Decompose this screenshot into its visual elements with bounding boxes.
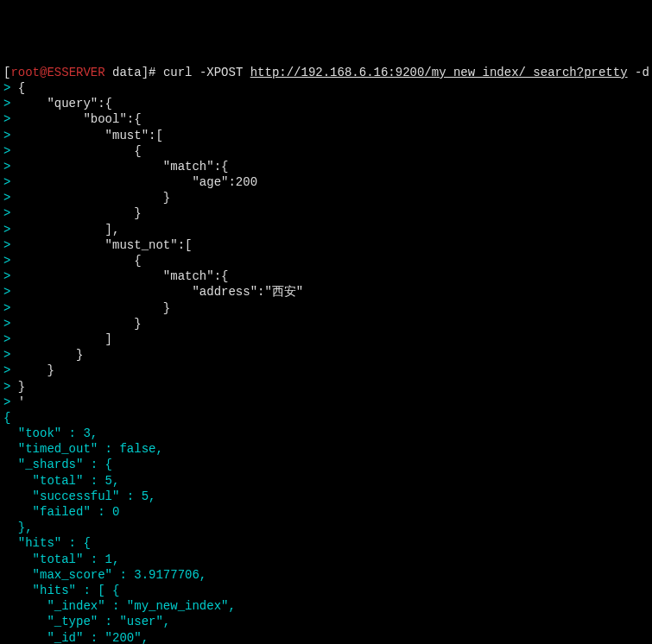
output-text: "timed_out" : false, — [3, 442, 163, 456]
input-text: } — [10, 301, 170, 315]
input-text: ' — [10, 395, 25, 409]
input-line: > "must":[ — [3, 128, 649, 143]
prompt-host: ESSERVER — [47, 66, 104, 79]
input-text: } — [10, 206, 141, 220]
output-text: "_index" : "my_new_index", — [3, 599, 236, 613]
input-line: > { — [3, 253, 649, 268]
output-text: { — [3, 411, 10, 425]
input-line: > ' — [3, 395, 649, 410]
output-text: "_id" : "200", — [3, 631, 149, 645]
input-line: > "bool":{ — [3, 111, 649, 127]
output-text: "took" : 3, — [3, 426, 98, 440]
input-text: } — [10, 380, 25, 394]
prompt-line: [root@ESSERVER data]# curl -XPOST http:/… — [3, 65, 649, 80]
output-text: "failed" : 0 — [3, 505, 119, 519]
input-text: { — [10, 254, 141, 268]
input-line: > } — [3, 190, 649, 205]
prompt-dir: data — [112, 66, 142, 79]
input-text: "match":{ — [10, 269, 228, 283]
input-line: > } — [3, 363, 649, 378]
input-text: "must_not":[ — [10, 238, 192, 252]
output-line: "total" : 1, — [3, 552, 649, 567]
input-line: > "age":200 — [3, 174, 649, 190]
input-line: > "match":{ — [3, 268, 649, 284]
output-line: "_shards" : { — [3, 457, 649, 472]
prompt-user: root — [10, 66, 40, 79]
input-text: { — [10, 144, 141, 158]
input-text: ] — [10, 332, 112, 346]
output-text: "total" : 1, — [3, 552, 119, 566]
input-line: > "address":"西安" — [3, 284, 649, 300]
output-line: "total" : 5, — [3, 473, 649, 489]
input-text: "match":{ — [10, 160, 228, 174]
input-text: "address":"西安" — [10, 285, 303, 299]
input-line: > } — [3, 300, 649, 316]
output-line: "_id" : "200", — [3, 630, 649, 645]
input-line: > { — [3, 80, 649, 96]
input-line: > } — [3, 379, 649, 395]
input-line: > "match":{ — [3, 159, 649, 174]
output-text: "max_score" : 3.9177706, — [3, 568, 206, 582]
output-line: "max_score" : 3.9177706, — [3, 567, 649, 583]
curl-cmd: curl -XPOST — [163, 66, 250, 79]
curl-suffix: -d ' — [628, 66, 652, 79]
input-line: > } — [3, 316, 649, 331]
input-text: "query":{ — [10, 97, 112, 110]
input-line: > ] — [3, 331, 649, 347]
prompt-hash: ]# — [142, 66, 163, 79]
input-line: > } — [3, 347, 649, 363]
output-line: "failed" : 0 — [3, 504, 649, 520]
input-text: "age":200 — [10, 175, 257, 189]
output-line: "took" : 3, — [3, 426, 649, 441]
input-text: "must":[ — [10, 129, 162, 142]
output-line: "hits" : [ { — [3, 583, 649, 598]
output-line: { — [3, 410, 649, 426]
input-text: ], — [10, 223, 119, 237]
output-text: "_type" : "user", — [3, 615, 170, 628]
input-line: > ], — [3, 222, 649, 237]
output-line: "_type" : "user", — [3, 614, 649, 629]
output-line: "hits" : { — [3, 535, 649, 551]
input-line: > } — [3, 205, 649, 221]
input-line: > "query":{ — [3, 96, 649, 111]
input-text: { — [10, 81, 25, 95]
input-text: } — [10, 348, 83, 362]
output-line: "_index" : "my_new_index", — [3, 598, 649, 614]
request-url: http://192.168.6.16:9200/my_new_index/_s… — [250, 66, 628, 79]
input-text: } — [10, 317, 141, 331]
output-text: "hits" : { — [3, 536, 91, 550]
input-text: "bool":{ — [10, 112, 141, 126]
output-text: "total" : 5, — [3, 474, 119, 488]
terminal-output[interactable]: [root@ESSERVER data]# curl -XPOST http:/… — [3, 65, 649, 644]
output-line: }, — [3, 520, 649, 535]
output-text: "hits" : [ { — [3, 584, 119, 597]
input-text: } — [10, 191, 170, 205]
output-line: "successful" : 5, — [3, 489, 649, 504]
input-line: > { — [3, 143, 649, 159]
output-text: "successful" : 5, — [3, 489, 155, 503]
input-text: } — [10, 363, 54, 377]
input-line: > "must_not":[ — [3, 237, 649, 253]
output-text: }, — [3, 521, 33, 534]
output-text: "_shards" : { — [3, 458, 112, 471]
output-line: "timed_out" : false, — [3, 441, 649, 457]
